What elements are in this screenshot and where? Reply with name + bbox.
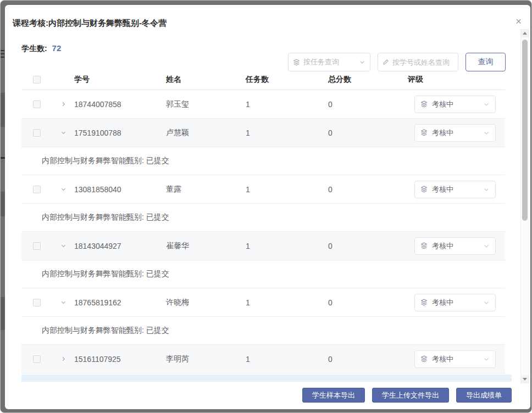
task-detail-row: 内部控制与财务舞弊智能甄别: 已提交 bbox=[21, 147, 505, 175]
search-toolbar: 按任务查询 查询 bbox=[288, 53, 506, 71]
expand-toggle-icon[interactable] bbox=[60, 356, 66, 362]
expand-toggle-icon[interactable] bbox=[60, 186, 66, 192]
cell-name: 郭玉玺 bbox=[166, 99, 246, 109]
cell-name: 李明芮 bbox=[166, 354, 246, 364]
layers-icon bbox=[420, 101, 428, 108]
chevron-down-icon bbox=[483, 299, 490, 306]
task-detail-row: 内部控制与财务舞弊智能甄别: 已提交 bbox=[21, 204, 505, 232]
layers-icon bbox=[293, 59, 300, 66]
table-row: 18744007858 郭玉玺 1 0 考核中 bbox=[21, 90, 505, 119]
hamburger-icon bbox=[1, 57, 4, 58]
modal-title: 课程考核:内部控制与财务舞弊甄别-冬令营 bbox=[13, 18, 167, 29]
students-table: 学号 姓名 任务数 总分数 评级 18744007858 郭玉玺 1 0 bbox=[21, 70, 505, 373]
row-checkbox[interactable] bbox=[33, 129, 41, 137]
scroll-up-button[interactable] bbox=[521, 30, 529, 37]
cell-name: 许晓梅 bbox=[166, 298, 246, 308]
layers-icon bbox=[420, 129, 428, 136]
layers-icon bbox=[420, 186, 428, 193]
horizontal-scroll-strip bbox=[21, 375, 512, 382]
rating-select[interactable]: 考核中 bbox=[414, 96, 496, 113]
rating-value: 考核中 bbox=[432, 354, 483, 364]
layers-icon bbox=[420, 299, 428, 306]
rating-value: 考核中 bbox=[432, 185, 483, 194]
rating-value: 考核中 bbox=[432, 128, 483, 138]
hamburger-icon bbox=[1, 53, 4, 54]
cell-total-score: 0 bbox=[328, 242, 408, 250]
cell-total-score: 0 bbox=[328, 100, 408, 109]
row-checkbox[interactable] bbox=[33, 355, 41, 363]
cell-student-id: 17519100788 bbox=[74, 129, 166, 137]
export-grades-button[interactable]: 导出成绩单 bbox=[456, 388, 512, 403]
rating-value: 考核中 bbox=[432, 99, 483, 109]
export-student-uploads-button[interactable]: 学生上传文件导出 bbox=[372, 388, 449, 403]
rating-value: 考核中 bbox=[432, 298, 483, 308]
expand-toggle-icon[interactable] bbox=[60, 101, 66, 107]
rating-select[interactable]: 考核中 bbox=[414, 181, 496, 198]
header-name: 姓名 bbox=[166, 75, 246, 85]
cell-task-count: 1 bbox=[246, 298, 328, 307]
task-detail-row: 内部控制与财务舞弊智能甄别: 已提交 bbox=[21, 317, 505, 345]
header-task-count: 任务数 bbox=[246, 75, 328, 85]
rating-select[interactable]: 考核中 bbox=[414, 124, 496, 142]
task-filter-placeholder: 按任务查询 bbox=[303, 57, 359, 67]
vertical-scrollbar[interactable] bbox=[520, 29, 529, 383]
pencil-icon bbox=[383, 59, 389, 65]
cell-total-score: 0 bbox=[328, 298, 408, 307]
table-row: 15161107925 李明芮 1 0 考核中 bbox=[21, 345, 505, 373]
scroll-down-button[interactable] bbox=[521, 375, 529, 383]
triangle-up-icon bbox=[523, 32, 527, 35]
export-student-samples-button[interactable]: 学生样本导出 bbox=[302, 388, 365, 403]
course-assessment-modal: 课程考核:内部控制与财务舞弊甄别-冬令营 × 学生数: 72 按任务查询 bbox=[5, 5, 530, 409]
cell-student-id: 18765819162 bbox=[74, 298, 166, 307]
rating-select[interactable]: 考核中 bbox=[414, 294, 496, 311]
cell-name: 卢慧颖 bbox=[166, 128, 246, 138]
table-row: 17519100788 卢慧颖 1 0 考核中 bbox=[21, 119, 505, 147]
chevron-down-icon bbox=[483, 356, 490, 362]
select-all-checkbox[interactable] bbox=[33, 76, 41, 83]
chevron-down-icon bbox=[359, 59, 365, 65]
cell-student-id: 15161107925 bbox=[74, 355, 166, 364]
cell-student-id: 13081858040 bbox=[74, 185, 166, 194]
cell-task-count: 1 bbox=[246, 185, 328, 194]
query-button[interactable]: 查询 bbox=[465, 53, 506, 71]
chevron-down-icon bbox=[483, 243, 490, 249]
task-filter-select[interactable]: 按任务查询 bbox=[288, 53, 370, 71]
expand-toggle-icon[interactable] bbox=[60, 130, 66, 136]
cell-task-count: 1 bbox=[246, 129, 328, 137]
footer-actions: 学生样本导出 学生上传文件导出 导出成绩单 bbox=[302, 388, 512, 403]
row-checkbox[interactable] bbox=[33, 101, 41, 108]
student-count: 学生数: 72 bbox=[21, 43, 61, 54]
close-icon[interactable]: × bbox=[516, 16, 522, 26]
row-checkbox[interactable] bbox=[33, 186, 41, 193]
scrollbar-thumb[interactable] bbox=[522, 40, 528, 221]
row-checkbox[interactable] bbox=[33, 242, 41, 250]
cell-name: 崔馨华 bbox=[166, 241, 246, 251]
row-checkbox[interactable] bbox=[33, 299, 41, 306]
chevron-down-icon bbox=[483, 186, 490, 193]
rating-value: 考核中 bbox=[432, 241, 483, 251]
background-page-fragment bbox=[1, 93, 5, 127]
table-body: 18744007858 郭玉玺 1 0 考核中 bbox=[21, 90, 505, 373]
cell-task-count: 1 bbox=[246, 100, 328, 109]
rating-select[interactable]: 考核中 bbox=[414, 350, 496, 368]
layers-icon bbox=[420, 242, 428, 249]
chevron-down-icon bbox=[483, 130, 490, 136]
dimmed-overlay: 课程考核:内部控制与财务舞弊甄别-冬令营 × 学生数: 72 按任务查询 bbox=[0, 0, 532, 413]
cell-total-score: 0 bbox=[328, 355, 408, 364]
student-count-value: 72 bbox=[52, 43, 62, 53]
header-total-score: 总分数 bbox=[328, 75, 408, 85]
cell-task-count: 1 bbox=[246, 355, 328, 364]
table-row: 18143044927 崔馨华 1 0 考核中 bbox=[21, 232, 505, 260]
background-page-fragment bbox=[1, 192, 5, 216]
cell-task-count: 1 bbox=[246, 242, 328, 250]
expand-toggle-icon[interactable] bbox=[60, 299, 66, 305]
table-header-row: 学号 姓名 任务数 总分数 评级 bbox=[21, 70, 505, 90]
hamburger-icon bbox=[1, 50, 4, 51]
expand-toggle-icon[interactable] bbox=[60, 243, 66, 249]
cell-student-id: 18143044927 bbox=[74, 242, 166, 250]
rating-select[interactable]: 考核中 bbox=[414, 237, 496, 255]
cell-total-score: 0 bbox=[328, 129, 408, 137]
triangle-down-icon bbox=[523, 378, 527, 381]
keyword-search-input[interactable] bbox=[392, 58, 453, 66]
cell-total-score: 0 bbox=[328, 185, 408, 194]
